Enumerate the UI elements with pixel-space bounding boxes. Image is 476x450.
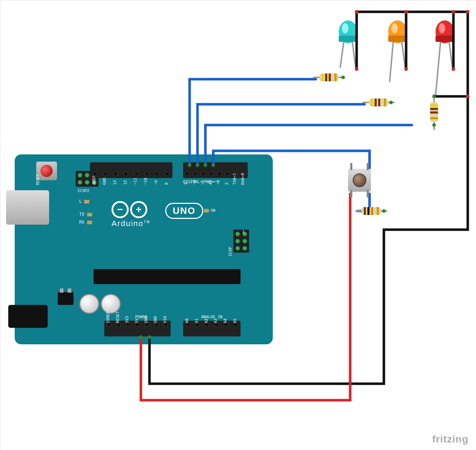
svg-rect-31 (430, 111, 438, 114)
resistor-led-cyan (313, 72, 345, 83)
node (404, 67, 408, 71)
node (452, 10, 455, 14)
node (452, 67, 455, 71)
svg-rect-23 (371, 99, 373, 106)
svg-rect-30 (430, 108, 438, 110)
svg-rect-38 (377, 207, 379, 215)
node-5v (139, 335, 143, 339)
node (355, 67, 358, 71)
node-d5 (204, 163, 207, 167)
node (389, 101, 393, 104)
svg-rect-20 (334, 73, 337, 81)
fritzing-watermark: fritzing (432, 434, 468, 445)
node (404, 10, 408, 14)
node (341, 76, 345, 79)
svg-rect-26 (384, 99, 386, 106)
svg-rect-36 (367, 207, 370, 215)
node (432, 95, 436, 98)
node (432, 123, 436, 127)
svg-rect-32 (430, 117, 438, 119)
node (355, 10, 358, 14)
fritzing-diagram: RESET ICSP2 ICSP 1 L TX RX ON −+ Arduino… (0, 0, 476, 450)
svg-rect-37 (371, 207, 373, 215)
svg-rect-24 (375, 99, 377, 106)
svg-rect-25 (378, 99, 380, 106)
svg-rect-29 (430, 104, 438, 106)
node-gnd (148, 335, 151, 339)
node (466, 10, 470, 14)
push-button (348, 169, 371, 192)
node-d4 (211, 163, 215, 167)
svg-rect-19 (329, 73, 331, 81)
node-d7 (188, 163, 191, 167)
svg-rect-18 (325, 73, 327, 81)
svg-rect-17 (322, 73, 324, 81)
node-d6 (196, 163, 199, 167)
svg-rect-35 (364, 207, 366, 215)
node (382, 209, 386, 213)
node (466, 95, 470, 98)
